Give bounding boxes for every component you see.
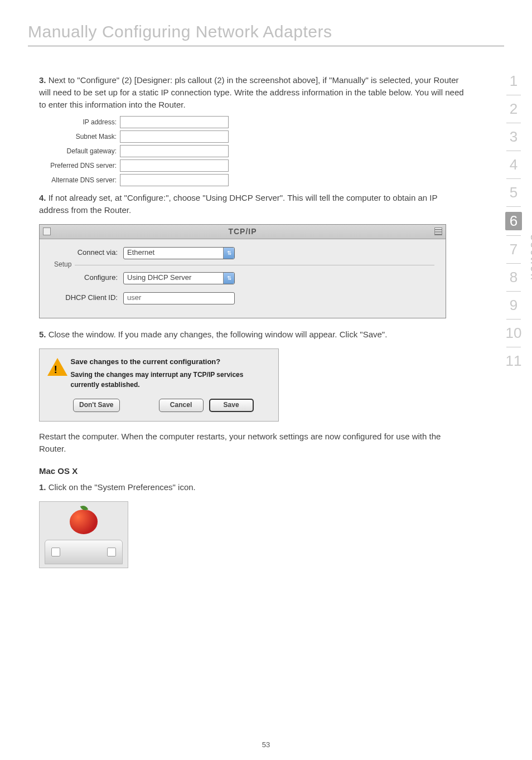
divider (506, 206, 521, 207)
resize-icon[interactable] (434, 227, 442, 235)
section-nav-7[interactable]: 7 (505, 241, 522, 258)
apple-logo-icon (40, 510, 128, 534)
dock-item-icon (51, 548, 60, 556)
tcpip-titlebar: TCP/IP (40, 225, 446, 239)
divider (506, 291, 521, 292)
step-4-text: If not already set, at "Configure:", cho… (39, 193, 437, 215)
connect-via-value: Ethernet (127, 248, 154, 258)
section-nav-11[interactable]: 11 (505, 352, 522, 370)
save-button[interactable]: Save (209, 399, 254, 412)
divider (506, 319, 521, 320)
divider (506, 263, 521, 264)
step-3: 3. Next to "Configure" (2) [Designer: pl… (39, 74, 465, 110)
setup-legend: Setup (51, 260, 75, 269)
dialog-heading: Save changes to the current configuratio… (71, 357, 270, 367)
step-3-num: 3. (39, 75, 46, 85)
section-nav-9[interactable]: 9 (505, 297, 522, 314)
step-4: 4. If not already set, at "Configure:", … (39, 192, 465, 216)
preferred-dns-label: Preferred DNS server: (45, 161, 120, 171)
warning-icon: ! (47, 357, 64, 377)
save-dialog: ! Save changes to the current configurat… (39, 348, 279, 422)
alternate-dns-label: Alternate DNS server: (45, 176, 120, 185)
section-nav-2[interactable]: 2 (505, 100, 522, 118)
section-nav-4[interactable]: 4 (505, 156, 522, 173)
configure-label: Configure: (51, 273, 123, 283)
step-5-text: Close the window. If you made any change… (49, 330, 388, 339)
preferred-dns-input[interactable] (120, 159, 229, 172)
configure-value: Using DHCP Server (127, 273, 191, 283)
dialog-subtext: Saving the changes may interrupt any TCP… (71, 370, 270, 390)
dock-item-icon (107, 548, 116, 556)
cancel-button[interactable]: Cancel (159, 399, 204, 412)
dhcp-client-id-value: user (127, 293, 141, 303)
default-gateway-input[interactable] (120, 145, 229, 157)
ip-address-label: IP address: (45, 118, 120, 127)
macosx-step-1: 1. Click on the "System Preferences" ico… (39, 481, 465, 493)
default-gateway-label: Default gateway: (45, 147, 120, 156)
section-nav-6-active[interactable]: 6 (505, 212, 522, 230)
connect-via-label: Connect via: (51, 248, 123, 258)
step-5-num: 5. (39, 330, 46, 339)
divider (506, 178, 521, 179)
chevron-updown-icon: ⇅ (223, 273, 234, 284)
divider (506, 123, 521, 123)
divider (506, 235, 521, 236)
step-3-text: Next to "Configure" (2) [Designer: pls c… (39, 75, 464, 109)
ip-address-input[interactable] (120, 116, 229, 128)
section-label: section (528, 235, 532, 282)
section-nav: 1 2 3 4 5 6 7 8 9 10 11 (505, 72, 522, 370)
subnet-mask-label: Subnet Mask: (45, 132, 120, 142)
alternate-dns-input[interactable] (120, 174, 229, 186)
system-preferences-screenshot (39, 501, 128, 568)
page-title: Manually Configuring Network Adapters (28, 22, 504, 46)
ip-form: IP address: Subnet Mask: Default gateway… (45, 116, 229, 186)
step-4-num: 4. (39, 193, 46, 202)
macosx-heading: Mac OS X (39, 465, 465, 477)
dont-save-button[interactable]: Don't Save (73, 399, 120, 412)
page-number: 53 (0, 740, 532, 749)
macosx-step1-text: Click on the "System Preferences" icon. (49, 482, 196, 492)
dhcp-client-id-input[interactable]: user (123, 292, 235, 304)
tcpip-window: TCP/IP Connect via: Ethernet ⇅ Setup Con… (39, 224, 446, 318)
section-nav-1[interactable]: 1 (505, 72, 522, 90)
tcpip-title: TCP/IP (40, 226, 446, 237)
divider (506, 95, 521, 95)
divider (506, 347, 521, 347)
restart-text: Restart the computer. When the computer … (39, 430, 465, 455)
section-nav-8[interactable]: 8 (505, 269, 522, 286)
section-nav-3[interactable]: 3 (505, 128, 522, 146)
connect-via-select[interactable]: Ethernet ⇅ (123, 247, 235, 259)
macosx-step1-num: 1. (39, 482, 46, 492)
configure-select[interactable]: Using DHCP Server ⇅ (123, 272, 235, 284)
section-nav-10[interactable]: 10 (505, 325, 522, 342)
dhcp-client-id-label: DHCP Client ID: (51, 293, 123, 303)
dock-bar (45, 540, 123, 564)
step-5: 5. Close the window. If you made any cha… (39, 328, 465, 341)
section-nav-5[interactable]: 5 (505, 184, 522, 201)
divider (506, 151, 521, 151)
chevron-updown-icon: ⇅ (223, 248, 234, 259)
subnet-mask-input[interactable] (120, 130, 229, 143)
